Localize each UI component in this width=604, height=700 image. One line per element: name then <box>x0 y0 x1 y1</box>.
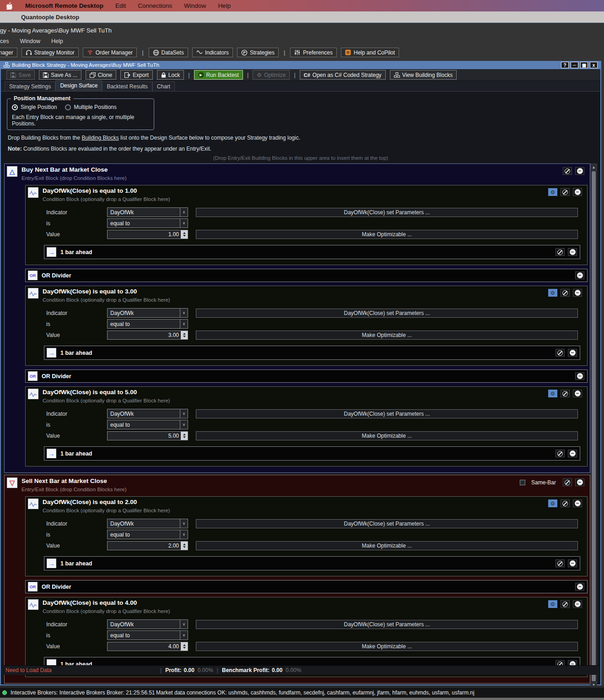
set-parameters-button[interactable]: DayOfWk(Close) set Parameters ... <box>196 309 578 318</box>
spinner-arrows-icon[interactable] <box>181 230 188 239</box>
indicator-dropdown[interactable]: DayOfWk∨ <box>107 207 188 217</box>
scroll-up-icon[interactable]: ▲ <box>591 164 597 171</box>
vertical-scrollbar[interactable]: ▲ ▼ <box>590 163 597 689</box>
indicator-dropdown[interactable]: DayOfWk∨ <box>107 519 188 528</box>
close-button[interactable]: x <box>590 62 598 68</box>
order-manager-button[interactable]: Order Manager <box>83 48 137 57</box>
remove-or-divider-button[interactable]: − <box>575 372 584 380</box>
run-backtest-button[interactable]: ▶ Run Backtest <box>194 70 243 80</box>
tab-design-surface[interactable]: Design Surface <box>55 81 102 91</box>
remove-condition-button[interactable]: − <box>573 499 582 507</box>
disable-bar-ahead-button[interactable] <box>555 349 565 357</box>
optimize-condition-button[interactable]: ⚙ <box>548 188 557 196</box>
remove-condition-button[interactable]: − <box>573 188 582 196</box>
disable-bar-ahead-button[interactable] <box>555 450 565 457</box>
remove-or-divider-button[interactable]: − <box>575 583 584 591</box>
spinner-arrows-icon[interactable] <box>181 642 188 651</box>
disable-block-button[interactable] <box>563 167 572 175</box>
open-csharp-button[interactable]: C# Open as C# Coded Strategy <box>300 70 386 80</box>
optimize-condition-button[interactable]: ⚙ <box>548 390 557 397</box>
menubar-item-edit[interactable]: Edit <box>115 2 126 9</box>
disable-condition-button[interactable] <box>561 499 570 507</box>
bar-ahead-block[interactable]: → 1 bar ahead − <box>44 446 580 461</box>
make-optimizable-button[interactable]: Make Optimizable ... <box>196 431 578 440</box>
disable-condition-button[interactable] <box>561 188 570 196</box>
optimize-condition-button[interactable]: ⚙ <box>548 289 557 297</box>
set-parameters-button[interactable]: DayOfWk(Close) set Parameters ... <box>196 409 578 418</box>
tab-backtest-results[interactable]: Backtest Results <box>102 81 152 91</box>
operator-dropdown[interactable]: equal to∨ <box>107 319 188 329</box>
maximize-button[interactable]: ▣ <box>580 62 588 68</box>
strategies-button[interactable]: Strategies <box>237 48 279 57</box>
lock-button[interactable]: Lock <box>157 70 184 80</box>
clone-button[interactable]: Clone <box>86 70 116 80</box>
multiple-positions-radio[interactable]: Multiple Positions <box>65 104 116 110</box>
window-titlebar[interactable]: Building Block Strategy - Moving Average… <box>1 61 600 69</box>
operator-dropdown[interactable]: equal to∨ <box>107 530 188 539</box>
set-parameters-button[interactable]: DayOfWk(Close) set Parameters ... <box>196 208 578 217</box>
bar-ahead-block[interactable]: → 1 bar ahead − <box>44 346 580 360</box>
single-position-radio[interactable]: Single Position <box>12 104 57 110</box>
apple-logo-icon[interactable] <box>6 2 13 10</box>
disable-condition-button[interactable] <box>561 289 570 297</box>
host-menu-item-window[interactable]: Window <box>20 38 40 44</box>
bar-ahead-block[interactable]: → 1 bar ahead − <box>44 556 580 570</box>
condition-block[interactable]: DayOfWk(Close) is equal to 2.00 Conditio… <box>25 496 588 576</box>
indicator-dropdown[interactable]: DayOfWk∨ <box>107 308 188 318</box>
optimize-condition-button[interactable]: ⚙ <box>548 600 557 608</box>
account-manager-button[interactable]: nager <box>0 48 17 57</box>
remove-bar-ahead-button[interactable]: − <box>568 450 577 457</box>
condition-block[interactable]: DayOfWk(Close) is equal to 5.00 Conditio… <box>25 386 588 467</box>
make-optimizable-button[interactable]: Make Optimizable ... <box>196 541 578 550</box>
indicator-dropdown[interactable]: DayOfWk∨ <box>107 409 188 418</box>
spinner-arrows-icon[interactable] <box>181 331 188 339</box>
spinner-arrows-icon[interactable] <box>181 432 188 440</box>
tab-strategy-settings[interactable]: Strategy Settings <box>5 81 55 91</box>
remove-condition-button[interactable]: − <box>573 390 582 397</box>
menubar-item-help[interactable]: Help <box>218 2 231 9</box>
value-spinner[interactable]: 4.00 <box>107 642 188 651</box>
remove-condition-button[interactable]: − <box>573 600 582 608</box>
value-spinner[interactable]: 5.00 <box>107 431 188 440</box>
condition-block[interactable]: DayOfWk(Close) is equal to 1.00 Conditio… <box>25 185 588 265</box>
or-divider-block[interactable]: OR OR Divider − <box>25 369 588 383</box>
optimize-condition-button[interactable]: ⚙ <box>548 499 557 507</box>
operator-dropdown[interactable]: equal to∨ <box>107 630 188 640</box>
strategy-monitor-button[interactable]: Strategy Monitor <box>22 48 79 57</box>
datasets-button[interactable]: DataSets <box>149 48 188 57</box>
export-button[interactable]: Export <box>120 70 153 80</box>
value-spinner[interactable]: 3.00 <box>107 331 188 340</box>
operator-dropdown[interactable]: equal to∨ <box>107 218 188 228</box>
or-divider-block[interactable]: OR OR Divider − <box>25 580 588 593</box>
menubar-item-connections[interactable]: Connections <box>138 2 172 9</box>
remove-condition-button[interactable]: − <box>573 289 582 297</box>
disable-block-button[interactable] <box>563 478 572 486</box>
disable-bar-ahead-button[interactable] <box>555 248 565 256</box>
host-menu-item-partial[interactable]: ces <box>0 38 9 44</box>
preferences-button[interactable]: Preferences <box>290 48 337 57</box>
menubar-item-window[interactable]: Window <box>184 2 206 9</box>
buy-entry-block[interactable]: △ Buy Next Bar at Market Close Entry/Exi… <box>4 163 590 473</box>
host-menu-item-help[interactable]: Help <box>51 38 63 44</box>
menubar-app-name[interactable]: Microsoft Remote Desktop <box>25 2 103 9</box>
remove-bar-ahead-button[interactable]: − <box>568 248 577 256</box>
remove-bar-ahead-button[interactable]: − <box>568 559 577 567</box>
minimize-button[interactable]: ─ <box>571 62 578 68</box>
set-parameters-button[interactable]: DayOfWk(Close) set Parameters ... <box>196 620 578 629</box>
tab-chart[interactable]: Chart <box>152 81 175 91</box>
sell-entry-block[interactable]: ▽ Sell Next Bar at Market Close Entry/Ex… <box>4 475 590 684</box>
spinner-arrows-icon[interactable] <box>181 542 188 550</box>
indicator-dropdown[interactable]: DayOfWk∨ <box>107 619 188 629</box>
make-optimizable-button[interactable]: Make Optimizable ... <box>196 642 578 651</box>
value-spinner[interactable]: 1.00 <box>107 230 188 239</box>
scrollbar-thumb[interactable] <box>592 171 596 681</box>
same-bar-checkbox[interactable] <box>520 480 525 485</box>
bar-ahead-block[interactable]: → 1 bar ahead − <box>44 245 580 259</box>
set-parameters-button[interactable]: DayOfWk(Close) set Parameters ... <box>196 519 578 528</box>
save-as-button[interactable]: Save As ... <box>39 70 81 80</box>
indicators-button[interactable]: Indicators <box>192 48 233 57</box>
save-button[interactable]: Save <box>6 70 35 80</box>
disable-condition-button[interactable] <box>561 600 570 608</box>
remove-or-divider-button[interactable]: − <box>575 271 584 279</box>
make-optimizable-button[interactable]: Make Optimizable ... <box>196 230 578 239</box>
